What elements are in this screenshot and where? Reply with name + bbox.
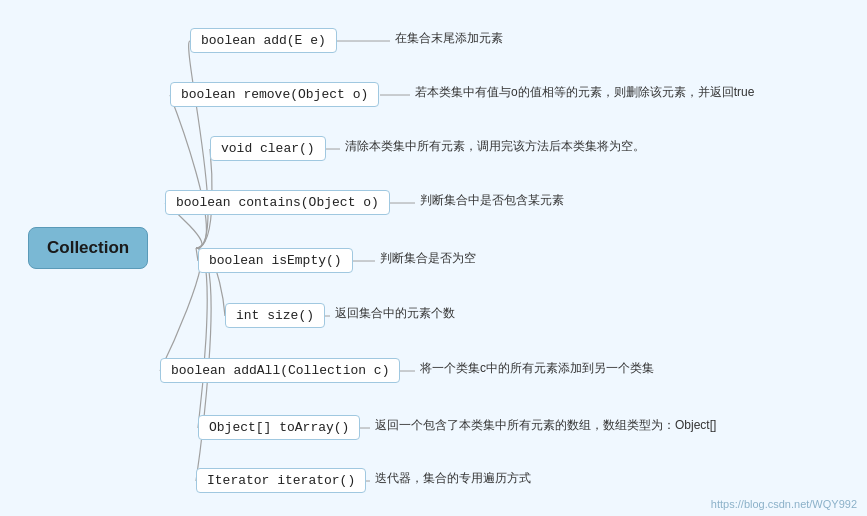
desc-addall: 将一个类集c中的所有元素添加到另一个类集 [420,360,654,377]
method-toarray: Object[] toArray() [198,415,360,440]
desc-remove: 若本类集中有值与o的值相等的元素，则删除该元素，并返回true [415,84,754,101]
desc-add: 在集合末尾添加元素 [395,30,503,47]
desc-toarray: 返回一个包含了本类集中所有元素的数组，数组类型为：Object[] [375,417,716,434]
method-remove: boolean remove(Object o) [170,82,379,107]
center-node: Collection [28,227,148,269]
method-add: boolean add(E e) [190,28,337,53]
desc-iterator: 迭代器，集合的专用遍历方式 [375,470,531,487]
method-contains: boolean contains(Object o) [165,190,390,215]
desc-isempty: 判断集合是否为空 [380,250,476,267]
desc-contains: 判断集合中是否包含某元素 [420,192,564,209]
method-addall: boolean addAll(Collection c) [160,358,400,383]
method-iterator: Iterator iterator() [196,468,366,493]
watermark: https://blog.csdn.net/WQY992 [711,498,857,510]
diagram: Collection boolean add(E e) 在集合末尾添加元素 bo… [0,0,867,516]
method-clear: void clear() [210,136,326,161]
desc-clear: 清除本类集中所有元素，调用完该方法后本类集将为空。 [345,138,645,155]
method-size: int size() [225,303,325,328]
method-isempty: boolean isEmpty() [198,248,353,273]
desc-size: 返回集合中的元素个数 [335,305,455,322]
